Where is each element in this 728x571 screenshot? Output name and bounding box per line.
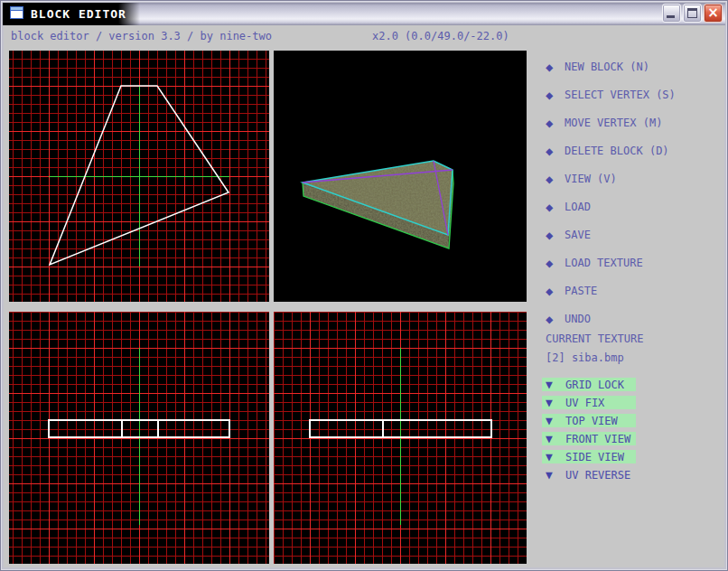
- toggle-side-view[interactable]: ▼ SIDE VIEW: [542, 450, 636, 463]
- maximize-icon: [687, 8, 697, 18]
- window-icon: [10, 6, 23, 19]
- toggle-list: ▼ GRID LOCK ▼ UV FIX ▼ TOP VIEW ▼ FRONT …: [542, 378, 636, 486]
- menu-item-new-block[interactable]: ◆ NEW BLOCK (N): [546, 60, 676, 74]
- viewport-3d-preview[interactable]: [274, 51, 527, 302]
- titlebar[interactable]: BLOCK EDITOR ×: [3, 3, 725, 25]
- command-menu: ◆ NEW BLOCK (N) ◆ SELECT VERTEX (S) ◆ MO…: [546, 60, 676, 340]
- current-texture-heading: CURRENT TEXTURE: [546, 332, 643, 345]
- toggle-label: UV REVERSE: [565, 469, 630, 482]
- menu-item-label: UNDO: [565, 313, 591, 325]
- triangle-down-icon: ▼: [546, 450, 565, 463]
- diamond-icon: ◆: [546, 256, 565, 270]
- menu-item-paste[interactable]: ◆ PASTE: [546, 284, 676, 298]
- front-view-canvas: [9, 312, 269, 564]
- triangle-down-icon: ▼: [546, 414, 565, 427]
- menu-item-save[interactable]: ◆ SAVE: [546, 228, 676, 242]
- triangle-down-icon: ▼: [546, 468, 565, 482]
- viewport-front-view[interactable]: [9, 312, 269, 564]
- menu-item-delete-block[interactable]: ◆ DELETE BLOCK (D): [546, 144, 676, 158]
- menu-item-view[interactable]: ◆ VIEW (V): [546, 172, 676, 186]
- menu-item-label: SELECT VERTEX (S): [565, 89, 676, 101]
- toggle-label: FRONT VIEW: [565, 433, 630, 445]
- diamond-icon: ◆: [546, 172, 565, 186]
- triangle-down-icon: ▼: [546, 396, 565, 409]
- maximize-button[interactable]: [683, 4, 702, 23]
- block-editor-window: BLOCK EDITOR × block editor / version 3.…: [0, 0, 728, 571]
- menu-item-select-vertex[interactable]: ◆ SELECT VERTEX (S): [546, 88, 676, 102]
- menu-item-label: LOAD TEXTURE: [565, 257, 643, 269]
- toggle-uv-fix[interactable]: ▼ UV FIX: [542, 396, 636, 409]
- toggle-label: UV FIX: [565, 397, 604, 409]
- top-view-canvas: [9, 51, 269, 302]
- triangle-down-icon: ▼: [546, 432, 565, 445]
- diamond-icon: ◆: [546, 144, 565, 158]
- app-version-text: block editor / version 3.3 / by nine-two: [11, 30, 272, 42]
- menu-item-load[interactable]: ◆ LOAD: [546, 200, 676, 214]
- menu-item-label: DELETE BLOCK (D): [565, 145, 669, 157]
- diamond-icon: ◆: [546, 312, 565, 326]
- diamond-icon: ◆: [546, 200, 565, 214]
- toggle-label: SIDE VIEW: [565, 451, 624, 463]
- current-texture-value[interactable]: [2] siba.bmp: [546, 351, 643, 364]
- diamond-icon: ◆: [546, 116, 565, 130]
- minimize-icon: [667, 15, 675, 18]
- minimize-button[interactable]: [662, 4, 681, 23]
- menu-item-label: VIEW (V): [565, 173, 617, 185]
- triangle-down-icon: ▼: [546, 378, 565, 391]
- close-button[interactable]: ×: [704, 4, 723, 23]
- toggle-label: TOP VIEW: [565, 415, 618, 427]
- viewport-top-view[interactable]: [9, 51, 269, 302]
- menu-item-move-vertex[interactable]: ◆ MOVE VERTEX (M): [546, 116, 676, 130]
- menu-item-label: MOVE VERTEX (M): [565, 117, 662, 129]
- toggle-top-view[interactable]: ▼ TOP VIEW: [542, 414, 636, 427]
- toggle-label: GRID LOCK: [565, 379, 624, 391]
- zoom-coordinates-text: x2.0 (0.0/49.0/-22.0): [372, 30, 509, 42]
- diamond-icon: ◆: [546, 228, 565, 242]
- viewport-side-view[interactable]: [274, 312, 527, 564]
- close-icon: ×: [705, 5, 722, 22]
- diamond-icon: ◆: [546, 284, 565, 298]
- menu-item-label: LOAD: [565, 201, 591, 213]
- toggle-front-view[interactable]: ▼ FRONT VIEW: [542, 432, 636, 445]
- toggle-uv-reverse[interactable]: ▼ UV REVERSE: [542, 468, 636, 482]
- current-texture-panel: CURRENT TEXTURE [2] siba.bmp: [546, 332, 643, 364]
- menu-item-undo[interactable]: ◆ UNDO: [546, 312, 676, 326]
- side-view-canvas: [274, 312, 527, 564]
- preview-canvas: [274, 51, 527, 302]
- diamond-icon: ◆: [546, 60, 565, 74]
- menu-item-label: PASTE: [565, 285, 597, 297]
- menu-item-label: NEW BLOCK (N): [565, 61, 649, 73]
- menu-item-label: SAVE: [565, 229, 591, 241]
- diamond-icon: ◆: [546, 88, 565, 102]
- window-title: BLOCK EDITOR: [31, 3, 126, 25]
- menu-item-load-texture[interactable]: ◆ LOAD TEXTURE: [546, 256, 676, 270]
- toggle-grid-lock[interactable]: ▼ GRID LOCK: [542, 378, 636, 391]
